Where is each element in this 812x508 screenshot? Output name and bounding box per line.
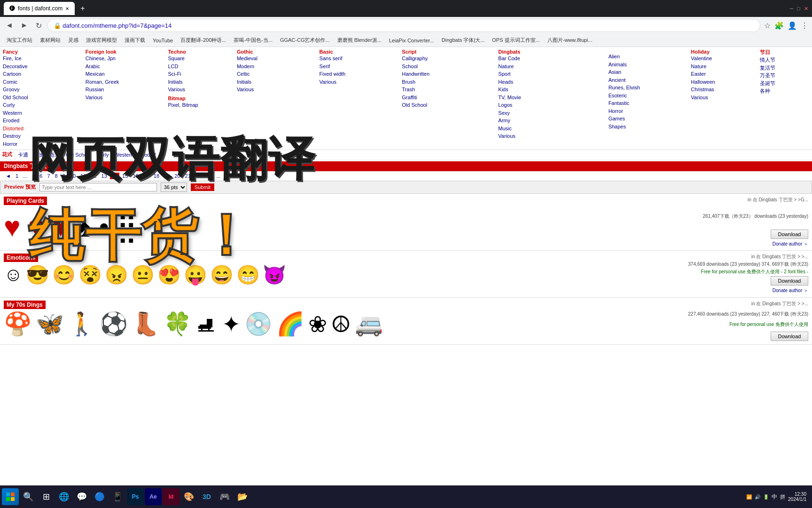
nav-gejie[interactable]: 各种: [760, 87, 809, 95]
nav-katong[interactable]: 卡通: [18, 151, 28, 159]
nav-old-school-s[interactable]: Old School: [402, 101, 492, 109]
minimize-icon[interactable]: ─: [790, 6, 794, 12]
nav-sport[interactable]: Sport: [498, 70, 602, 78]
reload-button[interactable]: ↻: [34, 19, 44, 32]
page-5[interactable]: 5: [30, 173, 37, 179]
nav-distorted[interactable]: Distorted: [3, 125, 80, 133]
nav-ancient[interactable]: Ancient: [609, 76, 686, 84]
bookmark-youtube[interactable]: YouTube: [150, 37, 176, 44]
nav-fuhuojie[interactable]: 复活节: [760, 64, 809, 72]
nav-qingrenjie[interactable]: 情人节: [760, 56, 809, 64]
nav-wanshengjie[interactable]: 万圣节: [760, 71, 809, 79]
nav-nature-h[interactable]: Nature: [691, 63, 754, 71]
nav-horror-d[interactable]: Horror: [609, 107, 686, 115]
bookmark-leia[interactable]: LeiaPix Converter...: [386, 37, 437, 44]
close-window-icon[interactable]: ✕: [804, 6, 808, 12]
bookmark-linggan[interactable]: 灵感: [65, 36, 81, 45]
active-tab[interactable]: 🅕 fonts | dafont.com ✕: [4, 2, 75, 15]
nav-horror[interactable]: Horror: [3, 140, 80, 148]
nav-roman-greek[interactable]: Roman, Greek: [86, 78, 163, 86]
font-size-select[interactable]: 36 pts 24 pts 48 pts: [161, 183, 187, 192]
nav-easter[interactable]: Easter: [691, 70, 754, 78]
nav-curly-c[interactable]: Curly: [97, 151, 109, 159]
page-6[interactable]: 6: [38, 173, 44, 179]
nav-heads[interactable]: Heads: [498, 78, 602, 86]
nav-barcode[interactable]: Bar Code: [498, 55, 602, 63]
back-button[interactable]: ◄: [4, 19, 15, 32]
page-8[interactable]: 8: [53, 173, 60, 179]
page-20[interactable]: 20: [172, 173, 182, 179]
nav-fixed-width[interactable]: Fixed width: [320, 70, 397, 78]
seventies-download-btn[interactable]: Download: [771, 332, 808, 341]
nav-sans-serif[interactable]: Sans serif: [320, 55, 397, 63]
tab-close-icon[interactable]: ✕: [65, 6, 69, 11]
nav-kids[interactable]: Kids: [498, 86, 602, 94]
nav-various-foreign[interactable]: Various: [86, 94, 163, 102]
nav-techno[interactable]: Techno: [168, 49, 231, 55]
nav-western[interactable]: Western: [3, 109, 80, 117]
nav-tv-movie[interactable]: TV, Movie: [498, 94, 602, 102]
profile-icon[interactable]: 👤: [788, 21, 797, 30]
page-21[interactable]: 21: [183, 173, 193, 179]
nav-jieri[interactable]: 节日: [760, 49, 809, 56]
bookmark-chaha[interactable]: 茶喝-中国色-当...: [231, 36, 275, 45]
seventies-link[interactable]: My 70s Dings: [7, 302, 43, 308]
nav-square[interactable]: Square: [168, 55, 231, 63]
playing-cards-download-btn[interactable]: Download: [771, 230, 808, 239]
page-10[interactable]: 10: [68, 173, 78, 179]
bookmark-dingbats[interactable]: Dingbats 字体|大...: [439, 36, 488, 45]
forward-button[interactable]: ►: [19, 19, 30, 32]
nav-shengdanjie[interactable]: 圣诞节: [760, 79, 809, 87]
page-13[interactable]: 13: [100, 173, 109, 179]
nav-eroded-c[interactable]: Eroded: [139, 151, 156, 159]
nav-basic[interactable]: Basic: [320, 49, 397, 55]
bookmark-icon[interactable]: ☆: [764, 21, 771, 30]
page-17[interactable]: 17: [141, 173, 151, 179]
nav-trash[interactable]: Trash: [402, 86, 492, 94]
nav-comic[interactable]: Comic: [3, 78, 80, 86]
nav-old-school[interactable]: Old School: [3, 94, 80, 102]
page-15[interactable]: 15: [120, 173, 130, 179]
nav-handwritten[interactable]: Handwritten: [402, 70, 492, 78]
nav-asian[interactable]: Asian: [609, 68, 686, 76]
nav-calligraphy[interactable]: Calligraphy: [402, 55, 492, 63]
emoticons-link[interactable]: Emoticons: [7, 254, 35, 261]
nav-music[interactable]: Music: [498, 125, 602, 133]
nav-halloween[interactable]: Halloween: [691, 78, 754, 86]
nav-bitmap[interactable]: Bitmap: [168, 95, 231, 101]
nav-modern[interactable]: Modern: [237, 63, 314, 71]
page-7[interactable]: 7: [45, 173, 52, 179]
page-16[interactable]: 16: [131, 173, 140, 179]
nav-shapes[interactable]: Shapes: [609, 123, 686, 131]
nav-mexican[interactable]: Mexican: [86, 70, 163, 78]
nav-various-d[interactable]: Various: [498, 132, 602, 140]
nav-gothic[interactable]: Gothic: [237, 49, 314, 55]
bookmark-batu[interactable]: 八图片-www.8tupi...: [545, 36, 595, 45]
nav-huashi[interactable]: 花式: [2, 151, 12, 159]
nav-decorative[interactable]: Decorative: [3, 63, 80, 71]
address-bar[interactable]: 🔒 dafont.com/mtheme.php?id=7&page=14: [47, 19, 760, 32]
page-14-current[interactable]: 14: [110, 173, 119, 179]
nav-various-h[interactable]: Various: [691, 94, 754, 102]
nav-sci-fi[interactable]: Sci-Fi: [168, 70, 231, 78]
nav-fire-ice[interactable]: Fire, Ice: [3, 55, 80, 63]
nav-curly[interactable]: Curly: [3, 101, 80, 109]
preview-input[interactable]: [39, 183, 157, 191]
nav-animals[interactable]: Animals: [609, 61, 686, 69]
nav-sexy[interactable]: Sexy: [498, 109, 602, 117]
playing-cards-donate-link[interactable]: Donate author ＞: [773, 241, 808, 247]
nav-initials-t[interactable]: Initials: [168, 78, 231, 86]
nav-games[interactable]: Games: [609, 115, 686, 123]
maximize-icon[interactable]: □: [797, 6, 800, 12]
nav-zaocheng[interactable]: 造成: [50, 151, 60, 159]
nav-brush[interactable]: Brush: [402, 78, 492, 86]
nav-valentine[interactable]: Valentine: [691, 55, 754, 63]
nav-fantastic[interactable]: Fantastic: [609, 99, 686, 107]
nav-serif[interactable]: Serif: [320, 63, 397, 71]
nav-various-g[interactable]: Various: [237, 86, 314, 94]
nav-initials-g[interactable]: Initials: [237, 78, 314, 86]
page-11[interactable]: 11: [78, 173, 88, 179]
page-12[interactable]: 12: [89, 173, 98, 179]
nav-esoteric[interactable]: Esoteric: [609, 92, 686, 100]
preview-submit-btn[interactable]: Submit: [191, 183, 214, 191]
